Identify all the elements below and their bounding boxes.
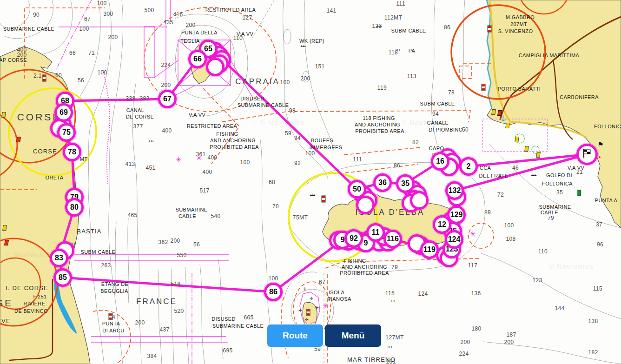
menu-button[interactable]: Menü xyxy=(325,324,381,347)
route-button[interactable]: Route xyxy=(267,324,323,347)
route-finish-flag-marker[interactable] xyxy=(576,144,598,165)
checkered-flag-icon xyxy=(582,148,592,160)
nautical-chart[interactable]: 9067100300200100400200667110060562.15004… xyxy=(0,0,621,364)
chart-base-layer xyxy=(0,0,621,364)
